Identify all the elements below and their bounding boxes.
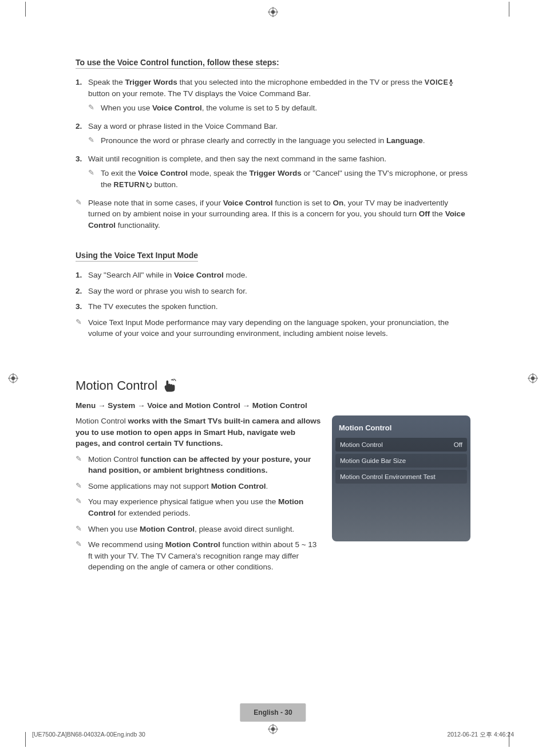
sub-note: ✎To exit the Voice Control mode, speak t…	[88, 168, 470, 190]
note-item: ✎ Please note that in some cases, if you…	[76, 197, 470, 231]
list-number: 1.	[76, 77, 88, 116]
crop-tick-icon	[509, 2, 509, 17]
list-item: 2.Say the word or phrase you wish to sea…	[76, 286, 470, 297]
note-icon: ✎	[76, 317, 88, 339]
note-icon: ✎	[88, 102, 101, 114]
section-heading: Using the Voice Text Input Mode	[76, 251, 198, 262]
note-text: To exit the Voice Control mode, speak th…	[101, 168, 470, 190]
crop-tick-icon	[25, 2, 26, 17]
list-body: The TV executes the spoken function.	[88, 301, 470, 312]
note-icon: ✎	[76, 481, 88, 492]
list-number: 3.	[76, 301, 88, 312]
note-item: ✎Motion Control function can be affected…	[76, 454, 322, 476]
motion-control-panel: Motion Control Motion ControlOffMotion G…	[332, 415, 470, 541]
panel-row-value: Off	[454, 441, 462, 448]
sub-note: ✎Pronounce the word or phrase clearly an…	[88, 135, 470, 147]
note-icon: ✎	[76, 197, 88, 231]
note-icon: ✎	[88, 135, 101, 147]
list-body: Say the word or phrase you wish to searc…	[88, 286, 470, 297]
note-text: Some applications may not support Motion…	[88, 481, 322, 492]
section-title-text: Motion Control	[76, 378, 157, 393]
note-icon: ✎	[76, 454, 88, 476]
list-body: Say a word or phrase listed in the Voice…	[88, 121, 470, 149]
list-item: 2.Say a word or phrase listed in the Voi…	[76, 121, 470, 149]
list-body: Speak the Trigger Words that you selecte…	[88, 77, 470, 116]
note-text: Voice Text Input Mode performance may va…	[88, 317, 470, 339]
crop-tick-icon	[25, 732, 26, 747]
list-number: 2.	[76, 286, 88, 297]
panel-row-label: Motion Control Environment Test	[340, 473, 436, 480]
section-title: Motion Control	[76, 378, 470, 393]
note-item: ✎We recommend using Motion Control funct…	[76, 539, 322, 573]
note-icon: ✎	[76, 539, 88, 573]
sub-note: ✎When you use Voice Control, the volume …	[88, 102, 470, 114]
page-content: To use the Voice Control function, follo…	[76, 57, 470, 577]
footer-right: 2012-06-21 오후 4:46:24	[447, 731, 514, 739]
microphone-icon	[448, 78, 454, 85]
note-item: ✎When you use Motion Control, please avo…	[76, 524, 322, 535]
svg-rect-16	[450, 80, 452, 83]
list-body: Wait until recognition is complete, and …	[88, 153, 470, 193]
section-heading: To use the Voice Control function, follo…	[76, 58, 279, 69]
registration-mark-icon	[8, 373, 18, 383]
note-text: Pronounce the word or phrase clearly and…	[101, 135, 470, 147]
list-number: 2.	[76, 121, 88, 149]
list-item: 1.Speak the Trigger Words that you selec…	[76, 77, 470, 116]
panel-title: Motion Control	[332, 421, 470, 438]
note-text: You may experience physical fatigue when…	[88, 496, 322, 518]
list-body: Say "Search All" while in Voice Control …	[88, 270, 470, 281]
list-item: 3.The TV executes the spoken function.	[76, 301, 470, 312]
registration-mark-icon	[528, 373, 538, 383]
note-item: ✎ Voice Text Input Mode performance may …	[76, 317, 470, 339]
list-item: 3.Wait until recognition is complete, an…	[76, 153, 470, 193]
footer-left: [UE7500-ZA]BN68-04032A-00Eng.indb 30	[32, 731, 145, 739]
list-item: 1.Say "Search All" while in Voice Contro…	[76, 270, 470, 281]
list-number: 3.	[76, 153, 88, 193]
panel-row: Motion Control Environment Test	[335, 470, 467, 484]
footer-meta: [UE7500-ZA]BN68-04032A-00Eng.indb 30 201…	[32, 731, 514, 739]
note-item: ✎Some applications may not support Motio…	[76, 481, 322, 492]
note-text: When you use Motion Control, please avoi…	[88, 524, 322, 535]
page-footer-label: English - 30	[240, 703, 306, 722]
hand-icon	[162, 379, 178, 393]
note-text: Motion Control function can be affected …	[88, 454, 322, 476]
registration-mark-icon	[268, 7, 278, 17]
note-item: ✎You may experience physical fatigue whe…	[76, 496, 322, 518]
note-text: We recommend using Motion Control functi…	[88, 539, 322, 573]
note-text: Please note that in some cases, if your …	[88, 197, 470, 231]
note-icon: ✎	[88, 168, 101, 190]
intro-text: Motion Control works with the Smart TVs …	[76, 415, 322, 449]
note-icon: ✎	[76, 524, 88, 535]
panel-row: Motion Guide Bar Size	[335, 454, 467, 468]
note-icon: ✎	[76, 496, 88, 518]
list-number: 1.	[76, 270, 88, 281]
panel-row-label: Motion Control	[340, 441, 383, 448]
menu-path: Menu → System → Voice and Motion Control…	[76, 401, 470, 410]
panel-row: Motion ControlOff	[335, 438, 467, 452]
return-button-label: RETURN	[114, 181, 145, 189]
note-text: When you use Voice Control, the volume i…	[101, 102, 470, 114]
voice-button-label: VOICE	[425, 78, 448, 86]
panel-row-label: Motion Guide Bar Size	[340, 457, 406, 464]
return-arrow-icon	[145, 180, 152, 187]
